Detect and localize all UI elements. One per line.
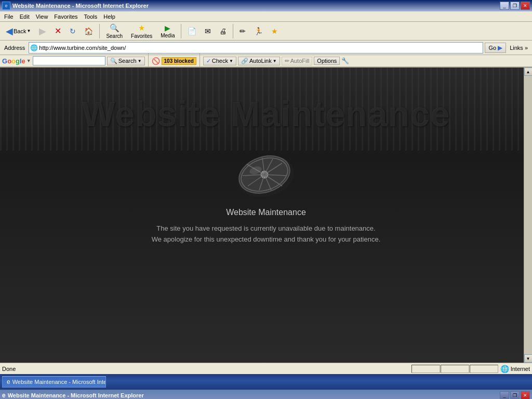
autolink-button[interactable]: 🔗 AutoLink ▼ bbox=[238, 57, 280, 65]
logo-section: Website Maintenance The site you have re… bbox=[152, 144, 381, 245]
options-wrench-icon: 🔧 bbox=[341, 57, 349, 64]
status-panel-2 bbox=[441, 365, 469, 373]
back-button[interactable]: ◀ Back ▼ bbox=[2, 24, 34, 38]
title-bar-buttons[interactable]: _ ❐ ✕ bbox=[500, 2, 530, 10]
refresh-icon: ↻ bbox=[70, 27, 76, 35]
description: The site you have requested is currently… bbox=[152, 223, 381, 245]
search-dropdown-icon[interactable]: ▼ bbox=[138, 59, 142, 63]
menu-edit[interactable]: Edit bbox=[17, 12, 33, 21]
menu-bar: File Edit View Favorites Tools Help bbox=[0, 11, 532, 22]
menu-favorites[interactable]: Favorites bbox=[51, 12, 81, 21]
autolink-icon: 🔗 bbox=[241, 58, 248, 64]
media-button[interactable]: ▶ Media bbox=[157, 22, 178, 40]
stop-icon: ✕ bbox=[55, 26, 61, 36]
menu-tools[interactable]: Tools bbox=[81, 12, 101, 21]
menu-view[interactable]: View bbox=[33, 12, 51, 21]
address-toolbar: Address 🌐 Go ▶ Links » bbox=[0, 41, 532, 55]
favorites-button[interactable]: ★ Favorites bbox=[127, 22, 156, 41]
window-title: Website Maintenance - Microsoft Internet… bbox=[12, 3, 149, 9]
scrollbar[interactable]: ▲ ▼ bbox=[524, 68, 532, 363]
title-bar-left: e Website Maintenance - Microsoft Intern… bbox=[2, 2, 149, 10]
check-button[interactable]: ✓ Check ▼ bbox=[203, 57, 236, 65]
mail-button[interactable]: ✉ bbox=[201, 25, 215, 37]
search-icon: 🔍 bbox=[110, 58, 117, 64]
edit-icon: ✏ bbox=[240, 27, 246, 35]
status-panel-1 bbox=[411, 365, 440, 373]
minimize-button[interactable]: _ bbox=[500, 2, 509, 10]
separator-3 bbox=[233, 24, 233, 38]
status-panel-3 bbox=[470, 365, 498, 373]
separator-g2 bbox=[200, 54, 200, 68]
home-button[interactable]: 🏠 bbox=[81, 25, 97, 37]
media-label: Media bbox=[161, 33, 175, 38]
history-icon: 📄 bbox=[188, 27, 196, 35]
back-label: Back bbox=[14, 28, 26, 34]
autofill-icon: ✏ bbox=[285, 58, 289, 64]
print-icon: 🖨 bbox=[219, 27, 227, 35]
taskbar: e Website Maintenance - Microsoft Intern… bbox=[0, 374, 532, 390]
close-button[interactable]: ✕ bbox=[521, 2, 530, 10]
back-dropdown-icon[interactable]: ▼ bbox=[26, 29, 31, 33]
forward-icon: ▶ bbox=[39, 25, 46, 37]
second-window-title-text: Website Maintenance - Microsoft Internet… bbox=[8, 392, 144, 398]
main-toolbar: ◀ Back ▼ ▶ ✕ ↻ 🏠 🔍 Search ★ Favorites ▶ … bbox=[0, 22, 532, 41]
separator-g1 bbox=[148, 54, 149, 68]
google-toolbar: Google ▼ 🔍 Search ▼ 🚫 103 blocked ✓ Chec… bbox=[0, 55, 532, 68]
scroll-down-button[interactable]: ▼ bbox=[524, 354, 533, 363]
menu-help[interactable]: Help bbox=[100, 12, 118, 21]
status-right: 🌐 Internet bbox=[411, 365, 530, 373]
google-search-input[interactable] bbox=[33, 56, 105, 65]
search-button[interactable]: 🔍 Search bbox=[102, 22, 126, 41]
stop-button[interactable]: ✕ bbox=[51, 24, 65, 37]
print-button[interactable]: 🖨 bbox=[216, 25, 230, 37]
menu-file[interactable]: File bbox=[1, 12, 17, 21]
status-panels bbox=[411, 365, 498, 373]
page-icon: 🌐 bbox=[30, 44, 38, 51]
options-button[interactable]: Options bbox=[314, 57, 340, 65]
turbine-logo bbox=[232, 144, 300, 202]
mail-icon: ✉ bbox=[205, 27, 211, 35]
ie-icon: e bbox=[2, 2, 10, 10]
taskbar-item-label: Website Maintenance - Microsoft Internet… bbox=[12, 379, 106, 385]
globe-icon: 🌐 bbox=[500, 365, 509, 373]
restore-button[interactable]: ❐ bbox=[510, 2, 520, 10]
run-icon: 🏃 bbox=[254, 27, 263, 35]
zone-label: Internet bbox=[511, 366, 530, 372]
favorites-icon: ★ bbox=[138, 23, 145, 33]
google-search-button[interactable]: 🔍 Search ▼ bbox=[107, 57, 145, 65]
forward-button[interactable]: ▶ bbox=[35, 24, 50, 38]
google-logo: Google ▼ bbox=[2, 57, 31, 65]
desc-line-2: We apologize for this unexpected downtim… bbox=[152, 234, 381, 245]
address-input[interactable] bbox=[39, 45, 482, 51]
go-arrow-icon: ▶ bbox=[498, 44, 502, 51]
search-label: Search bbox=[106, 33, 123, 39]
msn-button[interactable]: ★ bbox=[268, 25, 282, 37]
home-icon: 🏠 bbox=[84, 27, 93, 35]
refresh-button[interactable]: ↻ bbox=[66, 25, 79, 37]
go-button[interactable]: Go ▶ bbox=[485, 43, 506, 53]
links-button[interactable]: Links » bbox=[508, 44, 530, 52]
second-restore-button[interactable]: ❐ bbox=[510, 391, 520, 399]
autofill-button[interactable]: ✏ AutoFill bbox=[282, 57, 313, 65]
status-text: Done bbox=[2, 366, 16, 372]
status-bar: Done 🌐 Internet bbox=[0, 363, 532, 374]
address-bar[interactable]: 🌐 bbox=[29, 42, 483, 54]
second-minimize-button[interactable]: _ bbox=[500, 391, 509, 399]
second-window-ie-icon: e bbox=[2, 392, 6, 399]
history-button[interactable]: 📄 bbox=[184, 25, 200, 37]
separator-1 bbox=[99, 24, 100, 38]
scroll-up-button[interactable]: ▲ bbox=[524, 68, 533, 76]
run-button[interactable]: 🏃 bbox=[250, 25, 267, 37]
title-bar: e Website Maintenance - Microsoft Intern… bbox=[0, 0, 532, 11]
edit-button[interactable]: ✏ bbox=[236, 25, 249, 37]
scroll-track[interactable] bbox=[524, 76, 533, 354]
blocked-badge: 103 blocked bbox=[162, 57, 196, 65]
blocked-icon: 🚫 bbox=[152, 57, 160, 65]
taskbar-item[interactable]: e Website Maintenance - Microsoft Intern… bbox=[2, 376, 106, 388]
msn-icon: ★ bbox=[271, 27, 278, 35]
second-window-title-bar: e Website Maintenance - Microsoft Intern… bbox=[0, 390, 532, 399]
second-close-button[interactable]: ✕ bbox=[521, 391, 530, 399]
second-window-buttons[interactable]: _ ❐ ✕ bbox=[500, 391, 530, 399]
check-icon: ✓ bbox=[206, 58, 211, 64]
separator-2 bbox=[181, 24, 181, 38]
